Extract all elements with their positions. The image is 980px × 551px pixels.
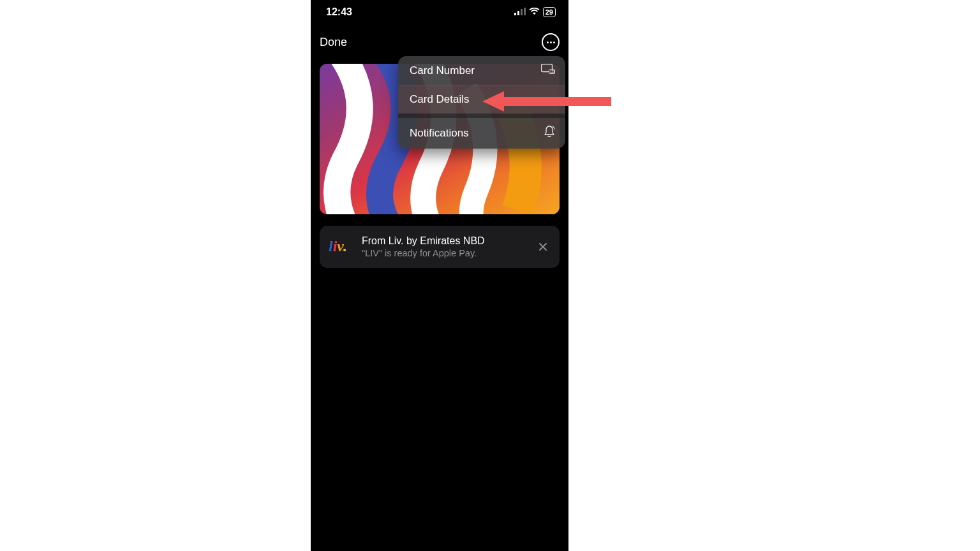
status-time: 12:43	[326, 6, 352, 18]
menu-item-label: Card Details	[410, 93, 470, 106]
liv-logo-icon: liv.	[329, 235, 353, 259]
phone-screen: 12:43 29 Do	[311, 0, 568, 551]
svg-rect-1	[517, 11, 519, 15]
menu-item-label: Notifications	[410, 127, 469, 140]
close-icon	[538, 240, 547, 254]
cellular-signal-icon	[514, 6, 526, 18]
menu-item-notifications[interactable]: Notifications	[398, 118, 565, 149]
status-bar: 12:43 29	[311, 0, 568, 23]
wifi-icon	[529, 6, 540, 18]
svg-rect-0	[514, 13, 516, 15]
svg-text:123: 123	[550, 70, 555, 73]
banner-subtitle: "LIV" is ready for Apple Pay.	[362, 248, 526, 258]
svg-rect-2	[521, 9, 523, 15]
menu-item-label: Card Number	[410, 64, 475, 77]
done-button[interactable]: Done	[320, 36, 347, 49]
menu-item-card-details[interactable]: Card Details	[398, 85, 565, 114]
menu-item-card-number[interactable]: Card Number 123	[398, 56, 565, 85]
bell-icon	[544, 126, 555, 141]
status-indicators: 29	[514, 6, 556, 18]
battery-icon: 29	[543, 7, 556, 17]
card-number-icon: 123	[541, 64, 555, 77]
svg-rect-3	[524, 8, 526, 15]
banner-content: From Liv. by Emirates NBD "LIV" is ready…	[362, 235, 526, 258]
card-last-digits: 17	[332, 194, 345, 205]
more-options-button[interactable]	[542, 33, 560, 51]
notification-banner[interactable]: liv. From Liv. by Emirates NBD "LIV" is …	[320, 226, 560, 268]
card-options-menu: Card Number 123 Card Details Notificatio…	[398, 56, 565, 149]
nav-bar: Done	[311, 23, 568, 60]
svg-text:liv.: liv.	[329, 238, 347, 254]
battery-level: 29	[546, 8, 553, 16]
ellipsis-icon	[547, 41, 555, 43]
banner-title: From Liv. by Emirates NBD	[362, 235, 526, 247]
banner-close-button[interactable]	[535, 239, 551, 254]
